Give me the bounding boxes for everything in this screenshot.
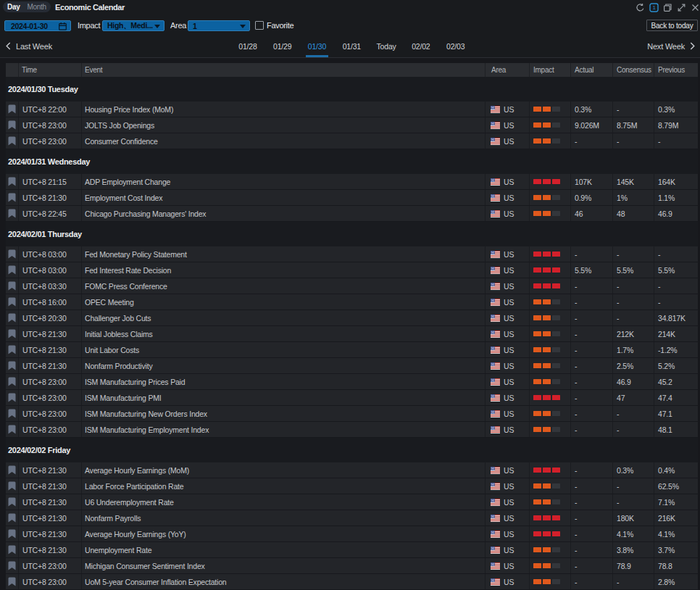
event-cell[interactable]: Labor Force Participation Rate	[82, 478, 486, 494]
event-row[interactable]: UTC+8 23:00ISM Manufacturing Prices Paid…	[6, 374, 698, 390]
week-day-01-30[interactable]: 01/30	[300, 35, 335, 57]
event-row[interactable]: UTC+8 16:00OPEC MeetingUS---	[6, 294, 698, 310]
event-cell[interactable]: Nonfarm Payrolls	[82, 510, 486, 525]
event-row[interactable]: UTC+8 21:30Unemployment RateUS-3.8%3.7%	[6, 542, 698, 558]
bookmark-cell[interactable]	[6, 278, 19, 294]
bookmark-icon[interactable]	[8, 249, 16, 259]
bookmark-icon[interactable]	[8, 561, 16, 570]
bookmark-icon[interactable]	[8, 329, 16, 338]
refresh-icon[interactable]	[636, 3, 645, 12]
event-row[interactable]: UTC+8 23:00ISM Manufacturing PMIUS-4747.…	[6, 390, 698, 406]
bookmark-icon[interactable]	[8, 497, 16, 507]
bookmark-icon[interactable]	[8, 577, 16, 586]
bookmark-cell[interactable]	[6, 190, 19, 205]
bookmark-cell[interactable]	[6, 246, 19, 262]
bookmark-icon[interactable]	[8, 377, 16, 386]
bookmark-cell[interactable]	[6, 117, 19, 133]
bookmark-icon[interactable]	[8, 136, 16, 146]
bookmark-cell[interactable]	[6, 510, 19, 525]
toggle-day[interactable]: Day	[4, 3, 23, 11]
event-cell[interactable]: Initial Jobless Claims	[82, 326, 486, 341]
event-cell[interactable]: ADP Employment Change	[82, 174, 486, 189]
bookmark-cell[interactable]	[6, 101, 19, 117]
event-row[interactable]: UTC+8 03:00Fed Monetary Policy Statement…	[6, 246, 698, 262]
back-to-today-button[interactable]: Back to today	[646, 20, 698, 31]
event-cell[interactable]: UoM 5-year Consumer Inflation Expectatio…	[82, 574, 486, 589]
bookmark-cell[interactable]	[6, 310, 19, 325]
event-cell[interactable]: Consumer Confidence	[82, 133, 486, 149]
bookmark-cell[interactable]	[6, 422, 19, 437]
event-cell[interactable]: Average Hourly Earnings (YoY)	[82, 526, 486, 541]
bookmark-cell[interactable]	[6, 374, 19, 389]
bookmark-icon[interactable]	[8, 120, 16, 130]
bookmark-cell[interactable]	[6, 294, 19, 309]
event-row[interactable]: UTC+8 03:30FOMC Press ConferenceUS---	[6, 278, 698, 294]
event-row[interactable]: UTC+8 21:30Labor Force Participation Rat…	[6, 478, 698, 494]
event-row[interactable]: UTC+8 20:30Challenger Job CutsUS--34.817…	[6, 310, 698, 326]
windows-icon[interactable]	[663, 3, 672, 12]
bookmark-cell[interactable]	[6, 206, 19, 221]
last-week-button[interactable]: Last Week	[6, 35, 52, 57]
event-cell[interactable]: U6 Underemployment Rate	[82, 494, 486, 510]
week-day-01-31[interactable]: 01/31	[334, 35, 369, 57]
event-cell[interactable]: Average Hourly Earnings (MoM)	[82, 462, 486, 478]
event-row[interactable]: UTC+8 23:00JOLTS Job OpeningsUS9.026M8.7…	[6, 117, 698, 133]
event-row[interactable]: UTC+8 23:00ISM Manufacturing Employment …	[6, 422, 698, 438]
bookmark-cell[interactable]	[6, 262, 19, 278]
bookmark-icon[interactable]	[8, 425, 16, 434]
event-cell[interactable]: Fed Monetary Policy Statement	[82, 246, 486, 262]
week-day-02-02[interactable]: 02/02	[404, 35, 438, 57]
event-cell[interactable]: Challenger Job Cuts	[82, 310, 486, 325]
bookmark-cell[interactable]	[6, 406, 19, 421]
bookmark-cell[interactable]	[6, 174, 19, 189]
event-cell[interactable]: Chicago Purchasing Managers' Index	[82, 206, 486, 221]
date-input[interactable]: 2024-01-30	[4, 20, 71, 31]
bookmark-icon[interactable]	[8, 281, 16, 291]
area-select[interactable]: 1	[188, 20, 250, 31]
bookmark-cell[interactable]	[6, 526, 19, 541]
bookmark-cell[interactable]	[6, 342, 19, 357]
event-row[interactable]: UTC+8 21:30Unit Labor CostsUS-1.7%-1.2%	[6, 342, 698, 358]
impact-select[interactable]: High、Medi...	[102, 20, 164, 31]
next-week-button[interactable]: Next Week	[647, 35, 695, 57]
event-row[interactable]: UTC+8 22:00Housing Price Index (MoM)US0.…	[6, 101, 698, 117]
bookmark-cell[interactable]	[6, 574, 19, 589]
bookmark-icon[interactable]	[8, 313, 16, 323]
event-cell[interactable]: JOLTS Job Openings	[82, 117, 486, 133]
bookmark-icon[interactable]	[8, 393, 16, 402]
event-cell[interactable]: Michigan Consumer Sentiment Index	[82, 558, 486, 573]
event-cell[interactable]: Nonfarm Productivity	[82, 358, 486, 373]
event-cell[interactable]: Unemployment Rate	[82, 542, 486, 557]
event-cell[interactable]: Unit Labor Costs	[82, 342, 486, 357]
event-cell[interactable]: ISM Manufacturing Prices Paid	[82, 374, 486, 389]
bookmark-cell[interactable]	[6, 542, 19, 557]
bookmark-icon[interactable]	[8, 209, 16, 218]
event-row[interactable]: UTC+8 21:30Nonfarm PayrollsUS-180K216K	[6, 510, 698, 526]
event-row[interactable]: UTC+8 23:00ISM Manufacturing New Orders …	[6, 406, 698, 422]
bookmark-cell[interactable]	[6, 133, 19, 149]
week-day-02-03[interactable]: 02/03	[438, 35, 473, 57]
close-icon[interactable]	[691, 3, 700, 12]
event-cell[interactable]: Housing Price Index (MoM)	[82, 101, 486, 117]
bookmark-icon[interactable]	[8, 193, 16, 202]
expand-icon[interactable]	[677, 3, 686, 12]
event-row[interactable]: UTC+8 21:30Nonfarm ProductivityUS-2.5%5.…	[6, 358, 698, 374]
bookmark-icon[interactable]	[8, 529, 16, 539]
bookmark-icon[interactable]	[8, 513, 16, 523]
event-row[interactable]: UTC+8 22:45Chicago Purchasing Managers' …	[6, 206, 698, 222]
event-row[interactable]: UTC+8 23:00UoM 5-year Consumer Inflation…	[6, 574, 698, 590]
bookmark-icon[interactable]	[8, 481, 16, 491]
toggle-month[interactable]: Month	[23, 3, 49, 11]
event-row[interactable]: UTC+8 21:30Employment Cost IndexUS0.9%1%…	[6, 190, 698, 206]
bookmark-cell[interactable]	[6, 358, 19, 373]
bookmark-icon[interactable]	[8, 265, 16, 275]
bookmark-icon[interactable]	[8, 177, 16, 186]
bookmark-cell[interactable]	[6, 390, 19, 405]
bookmark-cell[interactable]	[6, 326, 19, 341]
week-day-today[interactable]: Today	[369, 35, 404, 57]
favorite-checkbox[interactable]	[255, 21, 264, 30]
week-day-01-29[interactable]: 01/29	[265, 35, 300, 57]
bookmark-icon[interactable]	[8, 545, 16, 554]
bookmark-icon[interactable]	[8, 104, 16, 114]
bookmark-cell[interactable]	[6, 478, 19, 494]
